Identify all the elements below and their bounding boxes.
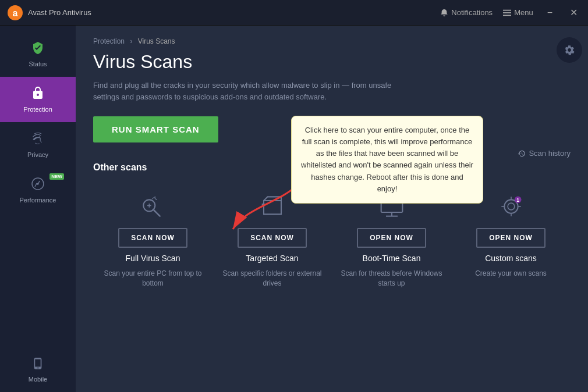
boot-time-scan-button[interactable]: OPEN NOW [357, 228, 426, 248]
sidebar-item-privacy-label: Privacy [27, 151, 48, 158]
sidebar-item-performance-label: Performance [20, 197, 56, 204]
sidebar-item-mobile-label: Mobile [29, 376, 47, 383]
sidebar: Status Protection Privacy NEW [0, 26, 76, 392]
targeted-scan-icon [258, 190, 287, 222]
breadcrumb: Protection › Virus Scans [93, 37, 571, 45]
run-smart-scan-button[interactable]: RUN SMART SCAN [93, 116, 218, 142]
sidebar-item-status-label: Status [29, 60, 47, 67]
settings-button[interactable] [557, 37, 582, 63]
custom-scans-icon: 1 [497, 190, 526, 222]
page-title: Virus Scans [93, 51, 571, 73]
titlebar: a Avast Pro Antivirus Notifications Menu… [0, 0, 588, 26]
scan-history-label: Scan history [529, 149, 571, 158]
shield-icon [31, 41, 45, 57]
close-button[interactable]: ✕ [566, 6, 581, 19]
app-logo: a Avast Pro Antivirus [7, 5, 91, 21]
scan-history-link[interactable]: Scan history [518, 149, 571, 158]
boot-time-scan-desc: Scan for threats before Windows starts u… [341, 269, 442, 288]
fingerprint-icon [31, 131, 45, 148]
svg-text:a: a [13, 8, 18, 18]
custom-scans-desc: Create your own scans [475, 269, 547, 279]
breadcrumb-current: Virus Scans [138, 37, 175, 45]
svg-rect-2 [503, 9, 511, 10]
notifications-button[interactable]: Notifications [440, 8, 493, 17]
page-description: Find and plug all the cracks in your sec… [93, 80, 396, 102]
sidebar-bottom: Mobile [0, 348, 76, 392]
sidebar-item-protection[interactable]: Protection [0, 77, 76, 122]
menu-button[interactable]: Menu [503, 8, 533, 17]
full-virus-scan-name: Full Virus Scan [126, 254, 180, 263]
minimize-button[interactable]: − [544, 6, 556, 19]
app-name: Avast Pro Antivirus [28, 8, 91, 17]
full-virus-scan-button[interactable]: SCAN NOW [118, 228, 187, 248]
sidebar-item-protection-label: Protection [23, 106, 52, 113]
scan-card-full-virus-scan: SCAN NOW Full Virus Scan Scan your entir… [93, 184, 212, 294]
custom-scans-button[interactable]: OPEN NOW [476, 228, 546, 248]
app-body: Status Protection Privacy NEW [0, 26, 588, 392]
svg-line-9 [153, 209, 160, 216]
sidebar-item-status[interactable]: Status [0, 31, 76, 77]
history-icon [518, 149, 526, 158]
full-virus-scan-icon [139, 190, 168, 222]
tooltip-text: Click here to scan your entire computer,… [301, 126, 473, 193]
tooltip-bubble: Click here to scan your entire computer,… [291, 116, 483, 204]
speedometer-icon [31, 177, 45, 193]
sidebar-item-mobile[interactable]: Mobile [0, 348, 76, 392]
mobile-icon [31, 357, 44, 372]
full-virus-scan-desc: Scan your entire PC from top to bottom [102, 269, 204, 288]
svg-point-6 [37, 183, 39, 185]
targeted-scan-desc: Scan specific folders or external drives [221, 269, 323, 288]
svg-rect-4 [503, 15, 511, 16]
targeted-scan-name: Targeted Scan [246, 254, 298, 263]
breadcrumb-parent[interactable]: Protection [93, 37, 125, 45]
titlebar-controls: Notifications Menu − ✕ [440, 6, 581, 19]
custom-scans-name: Custom scans [485, 254, 537, 263]
svg-text:1: 1 [516, 197, 519, 202]
sidebar-item-performance[interactable]: NEW Performance [0, 168, 76, 213]
breadcrumb-separator: › [130, 37, 132, 45]
svg-point-14 [508, 203, 515, 210]
main-content: Protection › Virus Scans Virus Scans Fin… [76, 26, 588, 392]
boot-time-scan-name: Boot-Time Scan [363, 254, 421, 263]
new-badge: NEW [49, 173, 64, 180]
svg-rect-3 [503, 12, 511, 13]
lock-icon [31, 86, 45, 102]
targeted-scan-button[interactable]: SCAN NOW [238, 228, 307, 248]
avast-logo-icon: a [7, 5, 23, 21]
sidebar-item-privacy[interactable]: Privacy [0, 122, 76, 168]
